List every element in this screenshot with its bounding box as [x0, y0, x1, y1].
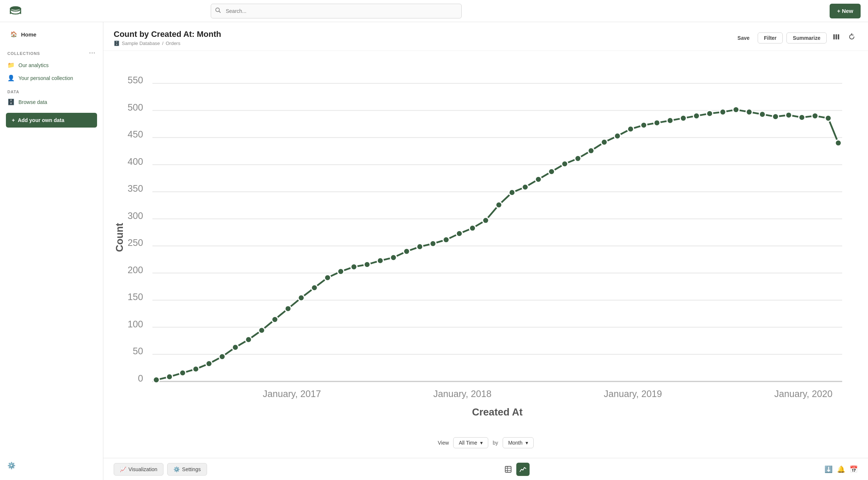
svg-rect-4: [836, 34, 837, 39]
svg-text:January, 2019: January, 2019: [604, 389, 662, 399]
plus-icon: +: [12, 117, 15, 123]
chart-header: Count by Created At: Month 🗄️ Sample Dat…: [103, 22, 868, 51]
svg-point-46: [272, 316, 278, 323]
svg-point-58: [430, 240, 436, 247]
svg-text:January, 2020: January, 2020: [774, 389, 833, 399]
svg-point-51: [338, 268, 344, 275]
breadcrumb-table: Orders: [166, 41, 180, 46]
svg-point-43: [232, 344, 238, 351]
svg-point-83: [759, 111, 765, 118]
save-button[interactable]: Save: [733, 33, 754, 43]
svg-point-70: [588, 147, 594, 154]
search-input[interactable]: [211, 4, 462, 18]
person-icon: 👤: [7, 74, 15, 81]
svg-point-71: [601, 139, 607, 145]
chart-view-button[interactable]: [516, 463, 530, 476]
svg-point-78: [693, 113, 700, 119]
month-dropdown[interactable]: Month ▾: [503, 437, 534, 448]
svg-point-41: [206, 361, 212, 367]
svg-text:350: 350: [128, 183, 143, 194]
svg-text:Created At: Created At: [472, 406, 523, 418]
svg-point-77: [680, 115, 686, 121]
bell-icon[interactable]: 🔔: [837, 465, 845, 473]
svg-point-72: [614, 133, 621, 139]
svg-point-57: [417, 244, 423, 250]
svg-point-59: [443, 237, 450, 243]
folder-icon: 📁: [7, 62, 15, 69]
sidebar-item-browse-data[interactable]: 🗄️ Browse data: [0, 95, 103, 108]
filter-button[interactable]: Filter: [758, 32, 783, 44]
settings-tab[interactable]: ⚙️ Settings: [167, 463, 207, 476]
svg-point-65: [522, 184, 528, 190]
svg-point-48: [298, 295, 304, 301]
svg-point-85: [786, 112, 792, 118]
svg-text:500: 500: [128, 102, 143, 112]
sidebar-item-personal-collection[interactable]: 👤 Your personal collection: [0, 72, 103, 84]
chart-svg: 0 50 100 150 200 250 300 350 400 450 500…: [114, 58, 858, 432]
all-time-label: All Time: [459, 440, 477, 446]
chevron-down-icon-2: ▾: [526, 440, 528, 446]
collections-more-icon[interactable]: ···: [89, 49, 96, 57]
svg-point-49: [311, 285, 318, 291]
svg-point-53: [364, 261, 370, 268]
chevron-down-icon: ▾: [480, 440, 483, 446]
svg-point-38: [166, 374, 173, 380]
svg-text:0: 0: [138, 373, 143, 383]
svg-text:400: 400: [128, 156, 143, 167]
by-label: by: [493, 440, 498, 446]
svg-point-55: [390, 254, 397, 261]
add-data-label: Add your own data: [18, 117, 64, 123]
viz-icon-group: [502, 463, 530, 476]
data-header: DATA: [0, 84, 103, 95]
svg-text:January, 2017: January, 2017: [263, 389, 321, 399]
all-time-dropdown[interactable]: All Time ▾: [453, 437, 488, 448]
chart-actions: Save Filter Summarize: [733, 29, 858, 45]
download-icon[interactable]: ⬇️: [824, 465, 833, 473]
settings-icon-button[interactable]: ⚙️: [7, 462, 16, 470]
svg-text:Count: Count: [114, 223, 125, 252]
breadcrumb-db-icon: 🗄️: [114, 41, 120, 46]
table-view-button[interactable]: [502, 463, 515, 476]
logo: [7, 3, 24, 19]
svg-point-66: [535, 176, 541, 182]
svg-text:450: 450: [128, 129, 143, 139]
svg-point-76: [667, 118, 673, 124]
chart-title: Count by Created At: Month: [114, 29, 221, 39]
search-container: [211, 4, 462, 18]
calendar-icon[interactable]: 📅: [850, 465, 858, 473]
bottom-bar: 📈 Visualization ⚙️ Settings: [103, 458, 868, 480]
chart-breadcrumb: 🗄️ Sample Database / Orders: [114, 41, 221, 46]
visualization-tab[interactable]: 📈 Visualization: [114, 463, 163, 476]
svg-point-73: [627, 126, 634, 132]
svg-point-47: [285, 306, 291, 312]
search-icon: [215, 7, 221, 15]
svg-point-62: [483, 217, 489, 223]
chart-title-block: Count by Created At: Month 🗄️ Sample Dat…: [114, 29, 221, 46]
svg-point-86: [799, 114, 805, 121]
columns-icon-button[interactable]: [830, 31, 842, 45]
sidebar-item-home[interactable]: 🏠 Home: [3, 28, 100, 41]
content: Count by Created At: Month 🗄️ Sample Dat…: [103, 22, 868, 480]
svg-point-37: [153, 377, 159, 383]
svg-text:150: 150: [128, 292, 143, 302]
breadcrumb-separator: /: [162, 41, 163, 46]
new-button[interactable]: + New: [830, 4, 861, 18]
home-icon: 🏠: [10, 31, 17, 38]
sidebar-item-our-analytics[interactable]: 📁 Our analytics: [0, 59, 103, 72]
personal-collection-label: Your personal collection: [18, 75, 73, 81]
month-label: Month: [508, 440, 523, 446]
gear-icon: ⚙️: [173, 466, 180, 472]
svg-rect-90: [505, 466, 511, 472]
svg-point-63: [496, 202, 502, 208]
summarize-button[interactable]: Summarize: [786, 32, 827, 44]
view-label: View: [438, 440, 449, 446]
collections-label: COLLECTIONS: [7, 51, 40, 56]
svg-point-42: [219, 354, 225, 360]
svg-point-67: [548, 168, 555, 175]
svg-point-69: [575, 155, 581, 161]
view-controls: View All Time ▾ by Month ▾: [114, 434, 858, 454]
svg-text:January, 2018: January, 2018: [433, 389, 492, 399]
refresh-icon-button[interactable]: [846, 31, 858, 45]
main-layout: 🏠 Home COLLECTIONS ··· 📁 Our analytics 👤…: [0, 22, 868, 480]
add-data-button[interactable]: + Add your own data: [6, 113, 97, 128]
